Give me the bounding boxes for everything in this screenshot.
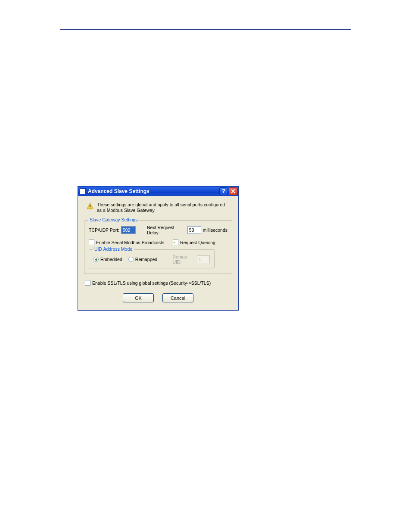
remapped-radio[interactable] (128, 257, 134, 262)
svg-rect-1 (90, 208, 90, 208)
ok-button[interactable]: OK (123, 293, 154, 302)
embedded-radio[interactable] (93, 257, 99, 262)
app-icon (80, 188, 86, 194)
dialog-title: Advanced Slave Settings (88, 188, 219, 194)
titlebar[interactable]: Advanced Slave Settings ? (78, 187, 238, 196)
help-button[interactable]: ? (219, 187, 228, 195)
header-rule (60, 29, 351, 30)
uid-group-title: UID Address Mode (93, 246, 134, 252)
remap-uid-input (197, 255, 210, 263)
request-queuing-label: Request Queuing (180, 240, 215, 245)
slave-gateway-group: Slave Gateway Settings TCP/UDP Port: Nex… (84, 220, 232, 274)
warning-row: These settings are global and apply to a… (83, 201, 233, 217)
embedded-label: Embedded (100, 257, 122, 262)
warning-icon (87, 203, 93, 210)
enable-ssl-checkbox[interactable] (85, 280, 90, 286)
next-request-delay-label: Next Request Delay: (147, 225, 186, 235)
enable-ssl-label: Enable SSL/TLS using global settings (Se… (92, 280, 211, 286)
request-queuing-checkbox[interactable] (173, 240, 178, 245)
svg-rect-0 (90, 205, 90, 207)
tcp-udp-port-input[interactable] (121, 226, 136, 234)
next-request-delay-input[interactable] (187, 226, 201, 234)
tcp-udp-port-label: TCP/UDP Port: (89, 227, 121, 233)
remap-uid-label: Remap UID: (173, 254, 191, 264)
enable-serial-broadcast-label: Enable Serial Modbus Broadcasts (96, 240, 164, 245)
cancel-button[interactable]: Cancel (162, 293, 193, 302)
enable-serial-broadcast-checkbox[interactable] (89, 240, 94, 245)
remapped-label: Remapped (135, 257, 157, 262)
advanced-slave-settings-dialog: Advanced Slave Settings ? These settings… (78, 186, 239, 311)
uid-address-mode-group: UID Address Mode Embedded Remapped Remap… (89, 249, 215, 268)
warning-text: These settings are global and apply to a… (97, 202, 230, 213)
close-button[interactable] (229, 187, 237, 195)
delay-unit: milliseconds (203, 227, 227, 233)
group-title: Slave Gateway Settings (88, 217, 139, 222)
